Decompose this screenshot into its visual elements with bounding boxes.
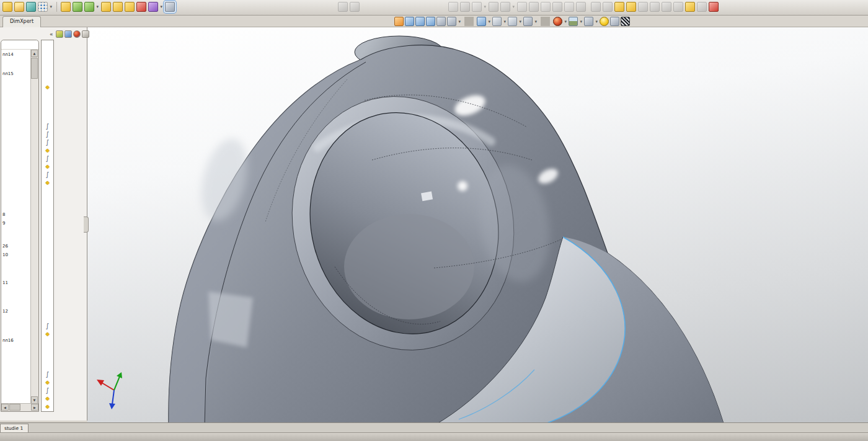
dimension-annotation-icon[interactable]: ◆ <box>43 146 52 154</box>
smart-fasteners-icon[interactable] <box>517 2 527 12</box>
section-view-icon[interactable] <box>477 17 486 26</box>
dimension-annotation-icon[interactable]: ◆ <box>43 163 52 171</box>
sketch-annotation-icon[interactable]: ∫ <box>43 138 52 146</box>
sketch-annotation-icon[interactable]: ∫ <box>43 322 52 330</box>
pan-icon[interactable] <box>447 17 456 26</box>
tree-item[interactable]: nn16 <box>2 338 14 343</box>
tree-item[interactable]: 9 <box>2 221 5 226</box>
save-icon[interactable] <box>26 2 36 12</box>
collapse-panel-icon[interactable]: « <box>50 31 53 37</box>
assembly-toolbar-group <box>448 2 586 12</box>
sketch-icon[interactable] <box>394 17 404 26</box>
manager-tabs <box>56 30 89 38</box>
realview-icon[interactable] <box>600 17 609 26</box>
tree-vertical-scrollbar[interactable]: ▲ ▼ <box>30 50 38 404</box>
show-hidden-components-icon[interactable] <box>529 2 539 12</box>
dimension-annotation-icon[interactable]: ◆ <box>43 378 52 386</box>
dimension-annotation-icon[interactable]: ◆ <box>43 394 52 403</box>
zoom-in-out-icon[interactable] <box>426 17 435 26</box>
dimension-annotation-icon[interactable]: ◆ <box>43 403 52 411</box>
sketch-annotation-icon[interactable]: ∫ <box>43 130 52 138</box>
tree-item[interactable]: nn15 <box>2 71 14 76</box>
tree-item[interactable]: 26 <box>2 244 8 249</box>
panel-splitter-handle[interactable] <box>84 216 89 233</box>
scroll-left-icon[interactable]: ◀ <box>1 404 9 411</box>
zoom-area-icon[interactable] <box>415 17 425 26</box>
separator <box>56 2 57 12</box>
scroll-right-icon[interactable]: ▶ <box>31 404 38 411</box>
tab-motion-study[interactable]: studie 1 <box>0 424 29 433</box>
tree-item[interactable]: 11 <box>2 280 8 285</box>
tree-horizontal-scrollbar[interactable]: ◀ ▶ <box>1 403 38 411</box>
block-icon[interactable] <box>685 2 695 12</box>
make-drawing-icon[interactable] <box>84 2 94 12</box>
tab-dimxpert[interactable]: DimXpert <box>2 16 41 27</box>
center-mark-icon[interactable] <box>697 2 707 12</box>
status-bar <box>0 432 868 441</box>
tools-icon[interactable] <box>113 2 123 12</box>
rotate-view-icon[interactable] <box>436 17 446 26</box>
tree-filter-box[interactable] <box>1 40 38 50</box>
featuremanager-tab-icon[interactable] <box>56 30 63 38</box>
balloon-icon[interactable] <box>626 2 636 12</box>
linear-pattern-icon[interactable] <box>472 2 482 12</box>
format-painter-icon[interactable] <box>603 2 613 12</box>
dimension-annotation-icon[interactable]: ◆ <box>43 330 52 338</box>
edit-appearance-icon[interactable] <box>553 17 562 26</box>
note-icon[interactable] <box>614 2 624 12</box>
material-icon[interactable] <box>125 2 135 12</box>
propertymanager-tab-icon[interactable] <box>64 30 72 38</box>
hide-show-items-icon[interactable] <box>523 17 533 26</box>
datum-feature-icon[interactable] <box>673 2 683 12</box>
weld-symbol-icon[interactable] <box>650 2 660 12</box>
part-template-icon[interactable] <box>101 2 111 12</box>
zebra-stripes-icon[interactable] <box>621 17 630 26</box>
sketch-annotation-icon[interactable]: ∫ <box>43 386 52 394</box>
zoom-fit-icon[interactable] <box>405 17 414 26</box>
dimension-annotation-icon[interactable]: ◆ <box>43 179 52 187</box>
select-icon[interactable] <box>165 2 175 12</box>
delete-icon[interactable] <box>136 2 146 12</box>
view-orientation-icon[interactable] <box>492 17 502 26</box>
rebuild-icon[interactable] <box>73 2 82 12</box>
motion-study-icon[interactable] <box>564 2 574 12</box>
view-settings-icon[interactable] <box>584 17 593 26</box>
configurationmanager-tab-icon[interactable] <box>73 30 81 38</box>
new-file-icon[interactable] <box>2 2 12 12</box>
dimension-tool-icon[interactable] <box>350 2 360 12</box>
print-icon[interactable] <box>61 2 71 12</box>
exploded-view-icon[interactable] <box>576 2 586 12</box>
move-component-icon[interactable] <box>489 2 498 12</box>
sketch-annotation-icon[interactable]: ∫ <box>43 171 52 179</box>
sketch-annotation-icon[interactable]: ∫ <box>43 154 52 163</box>
open-file-icon[interactable] <box>14 2 24 12</box>
reference-geometry-icon[interactable] <box>552 2 562 12</box>
display-style-icon[interactable] <box>508 17 517 26</box>
dimxpertmanager-tab-icon[interactable] <box>82 30 89 38</box>
sketch-tool-icon[interactable] <box>338 2 348 12</box>
tree-item[interactable]: 12 <box>2 309 8 314</box>
apply-scene-icon[interactable] <box>569 17 578 26</box>
toolbar-options-icon[interactable] <box>38 2 48 12</box>
surface-finish-icon[interactable] <box>638 2 648 12</box>
rotate-component-icon[interactable] <box>500 2 510 12</box>
assembly-features-icon[interactable] <box>541 2 551 12</box>
tree-item[interactable]: 8 <box>2 212 5 217</box>
annotations-icon[interactable] <box>709 2 719 12</box>
geometric-tolerance-icon[interactable] <box>662 2 671 12</box>
spell-checker-icon[interactable] <box>591 2 601 12</box>
tree-item[interactable]: 10 <box>2 252 8 257</box>
dimension-annotation-icon[interactable]: ◆ <box>43 83 52 91</box>
sketch-annotation-icon[interactable]: ∫ <box>43 370 52 378</box>
scroll-thumb[interactable] <box>31 58 38 79</box>
undo-icon[interactable] <box>148 2 158 12</box>
mate-icon[interactable] <box>460 2 470 12</box>
headsup-view-toolbar <box>394 17 630 26</box>
tree-item[interactable]: nn14 <box>2 52 14 57</box>
scroll-up-icon[interactable]: ▲ <box>31 50 38 57</box>
shadows-icon[interactable] <box>610 17 619 26</box>
sketch-annotation-icon[interactable]: ∫ <box>43 122 52 130</box>
insert-component-icon[interactable] <box>448 2 458 12</box>
graphics-viewport[interactable] <box>87 27 868 423</box>
scroll-thumb[interactable] <box>9 404 20 411</box>
